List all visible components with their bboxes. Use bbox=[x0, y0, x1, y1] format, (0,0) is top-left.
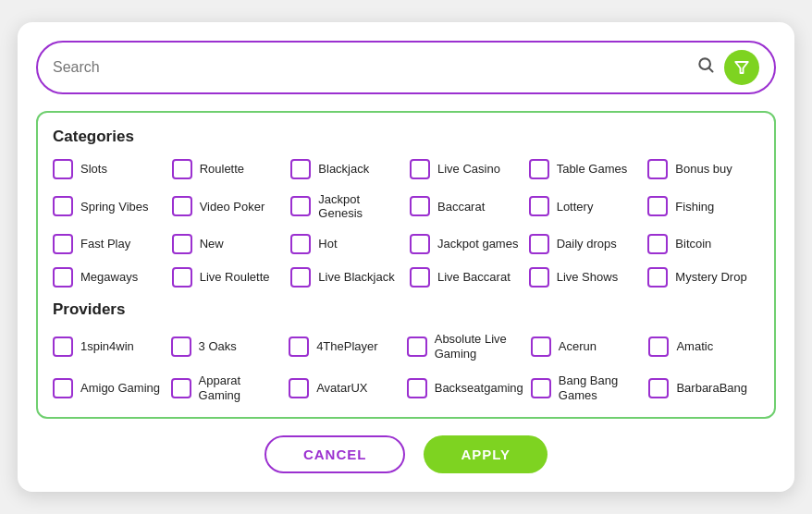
category-item[interactable]: Mystery Drop bbox=[647, 267, 759, 288]
category-item[interactable]: Baccarat bbox=[410, 192, 522, 221]
category-label: Blackjack bbox=[318, 162, 369, 177]
category-label: New bbox=[200, 237, 224, 251]
category-item[interactable]: Table Games bbox=[529, 159, 641, 179]
category-label: Live Blackjack bbox=[318, 270, 394, 285]
checkbox[interactable] bbox=[407, 378, 427, 398]
checkbox[interactable] bbox=[290, 234, 311, 254]
category-label: Daily drops bbox=[557, 237, 617, 251]
provider-item[interactable]: Backseatgaming bbox=[407, 373, 523, 402]
category-item[interactable]: Live Casino bbox=[410, 159, 522, 179]
provider-item[interactable]: 4ThePlayer bbox=[289, 332, 400, 361]
checkbox[interactable] bbox=[172, 196, 192, 216]
category-item[interactable]: Live Blackjack bbox=[290, 267, 402, 288]
provider-item[interactable]: Amatic bbox=[648, 332, 759, 361]
checkbox[interactable] bbox=[410, 267, 430, 288]
category-label: Spring Vibes bbox=[80, 200, 148, 214]
checkbox[interactable] bbox=[647, 267, 668, 288]
provider-item[interactable]: 3 Oaks bbox=[171, 332, 282, 361]
checkbox[interactable] bbox=[647, 196, 668, 216]
checkbox[interactable] bbox=[410, 234, 430, 254]
search-input[interactable] bbox=[53, 59, 687, 76]
category-item[interactable]: Bonus buy bbox=[647, 159, 759, 179]
provider-label: Bang Bang Games bbox=[559, 373, 642, 402]
checkbox[interactable] bbox=[171, 337, 191, 357]
provider-item[interactable]: Absolute Live Gaming bbox=[407, 332, 523, 361]
checkbox[interactable] bbox=[172, 267, 192, 288]
category-label: Bitcoin bbox=[675, 237, 711, 251]
checkbox[interactable] bbox=[53, 378, 73, 398]
provider-item[interactable]: Acerun bbox=[531, 332, 642, 361]
checkbox[interactable] bbox=[53, 159, 73, 179]
checkbox[interactable] bbox=[171, 378, 191, 398]
category-label: Video Poker bbox=[200, 200, 265, 214]
category-item[interactable]: Megaways bbox=[53, 267, 165, 288]
checkbox[interactable] bbox=[410, 159, 430, 179]
apply-button[interactable]: APPLY bbox=[424, 435, 547, 473]
checkbox[interactable] bbox=[410, 196, 430, 216]
category-label: Baccarat bbox=[437, 200, 485, 214]
provider-item[interactable]: Bang Bang Games bbox=[531, 373, 642, 402]
checkbox[interactable] bbox=[531, 378, 551, 398]
provider-item[interactable]: Apparat Gaming bbox=[171, 373, 282, 402]
search-bar bbox=[36, 41, 776, 94]
category-item[interactable]: Spring Vibes bbox=[53, 192, 165, 221]
provider-label: Amigo Gaming bbox=[80, 381, 160, 396]
checkbox[interactable] bbox=[407, 337, 427, 357]
category-item[interactable]: Hot bbox=[290, 234, 402, 254]
checkbox[interactable] bbox=[647, 159, 668, 179]
category-item[interactable]: Jackpot Genesis bbox=[290, 192, 402, 221]
category-label: Hot bbox=[318, 237, 337, 251]
category-item[interactable]: Video Poker bbox=[172, 192, 284, 221]
cancel-button[interactable]: CANCEL bbox=[265, 435, 406, 473]
provider-item[interactable]: AvatarUX bbox=[289, 373, 400, 402]
categories-grid: SlotsRouletteBlackjackLive CasinoTable G… bbox=[53, 159, 759, 288]
category-item[interactable]: Live Shows bbox=[529, 267, 641, 288]
category-item[interactable]: Live Baccarat bbox=[410, 267, 522, 288]
category-item[interactable]: Roulette bbox=[172, 159, 284, 179]
category-item[interactable]: Fast Play bbox=[53, 234, 165, 254]
provider-label: Acerun bbox=[559, 339, 597, 354]
provider-label: 4ThePlayer bbox=[316, 339, 377, 354]
checkbox[interactable] bbox=[531, 337, 551, 357]
footer-buttons: CANCEL APPLY bbox=[36, 435, 776, 473]
category-item[interactable]: Live Roulette bbox=[172, 267, 284, 288]
filter-button[interactable] bbox=[724, 50, 759, 85]
checkbox[interactable] bbox=[648, 378, 669, 398]
checkbox[interactable] bbox=[648, 337, 669, 357]
provider-label: Backseatgaming bbox=[435, 381, 523, 396]
checkbox[interactable] bbox=[53, 196, 73, 216]
category-item[interactable]: Lottery bbox=[529, 192, 641, 221]
category-item[interactable]: Jackpot games bbox=[410, 234, 522, 254]
provider-label: AvatarUX bbox=[316, 381, 367, 396]
provider-item[interactable]: 1spin4win bbox=[53, 332, 164, 361]
category-item[interactable]: Slots bbox=[53, 159, 165, 179]
provider-item[interactable]: Amigo Gaming bbox=[53, 373, 164, 402]
checkbox[interactable] bbox=[290, 159, 311, 179]
search-button[interactable] bbox=[696, 55, 715, 79]
checkbox[interactable] bbox=[529, 267, 549, 288]
checkbox[interactable] bbox=[172, 234, 192, 254]
category-item[interactable]: Daily drops bbox=[529, 234, 641, 254]
checkbox[interactable] bbox=[53, 267, 73, 288]
category-label: Jackpot games bbox=[437, 237, 518, 251]
checkbox[interactable] bbox=[647, 234, 668, 254]
category-label: Fishing bbox=[675, 200, 714, 214]
checkbox[interactable] bbox=[289, 378, 309, 398]
category-item[interactable]: Blackjack bbox=[290, 159, 402, 179]
checkbox[interactable] bbox=[172, 159, 192, 179]
category-item[interactable]: Bitcoin bbox=[647, 234, 759, 254]
checkbox[interactable] bbox=[529, 196, 549, 216]
checkbox[interactable] bbox=[529, 234, 549, 254]
category-item[interactable]: Fishing bbox=[647, 192, 759, 221]
checkbox[interactable] bbox=[53, 234, 73, 254]
checkbox[interactable] bbox=[289, 337, 309, 357]
category-label: Bonus buy bbox=[675, 162, 732, 177]
provider-label: 1spin4win bbox=[80, 339, 134, 354]
provider-item[interactable]: BarbaraBang bbox=[648, 373, 759, 402]
checkbox[interactable] bbox=[53, 337, 73, 357]
providers-title: Providers bbox=[53, 300, 759, 319]
checkbox[interactable] bbox=[290, 196, 311, 216]
category-item[interactable]: New bbox=[172, 234, 284, 254]
checkbox[interactable] bbox=[529, 159, 549, 179]
checkbox[interactable] bbox=[290, 267, 311, 288]
